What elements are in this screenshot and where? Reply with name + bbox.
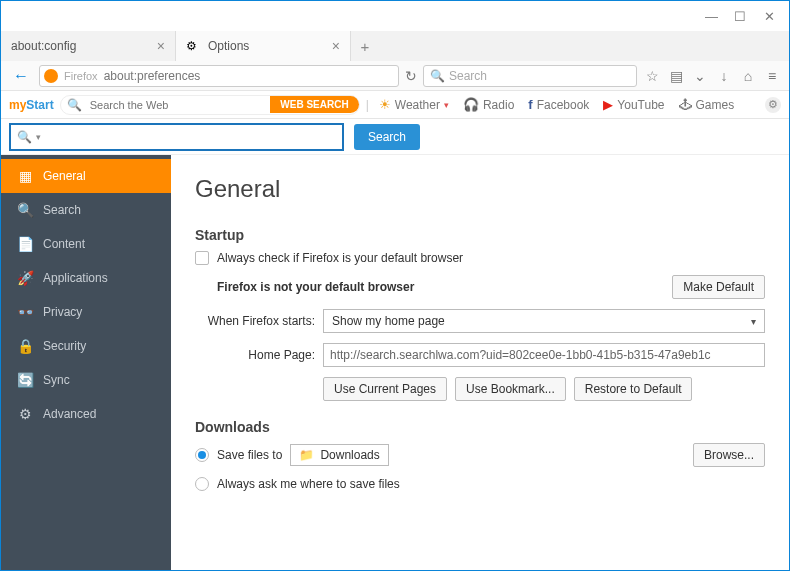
save-to-radio[interactable] xyxy=(195,448,209,462)
general-icon: ▦ xyxy=(17,168,33,184)
address-bar[interactable]: Firefox about:preferences xyxy=(39,65,399,87)
window-controls: — ☐ ✕ xyxy=(1,1,789,31)
nav-search-box[interactable]: 🔍 Search xyxy=(423,65,637,87)
weather-link[interactable]: ☀Weather▾ xyxy=(375,97,453,112)
joystick-icon: 🕹 xyxy=(679,97,692,112)
downloads-heading: Downloads xyxy=(195,419,765,435)
facebook-icon: f xyxy=(528,97,532,112)
sun-icon: ☀ xyxy=(379,97,391,112)
always-ask-radio[interactable] xyxy=(195,477,209,491)
sidebar-item-security[interactable]: 🔒Security xyxy=(1,329,171,363)
back-button[interactable]: ← xyxy=(9,67,33,85)
content-area: ▦General 🔍Search 📄Content 🚀Applications … xyxy=(1,155,789,570)
mystart-toolbar: myStart 🔍 WEB SEARCH | ☀Weather▾ 🎧Radio … xyxy=(1,91,789,119)
lock-icon: 🔒 xyxy=(17,338,33,354)
mystart-search-input[interactable] xyxy=(82,99,271,111)
nav-toolbar: ← Firefox about:preferences ↻ 🔍 Search ☆… xyxy=(1,61,789,91)
sidebar-item-advanced[interactable]: ⚙Advanced xyxy=(1,397,171,431)
url-text: about:preferences xyxy=(104,69,201,83)
apps-icon: 🚀 xyxy=(17,270,33,286)
when-starts-label: When Firefox starts: xyxy=(195,314,315,328)
sidebar-item-search[interactable]: 🔍Search xyxy=(1,193,171,227)
games-link[interactable]: 🕹Games xyxy=(675,97,739,112)
sidebar-item-content[interactable]: 📄Content xyxy=(1,227,171,261)
new-tab-button[interactable]: + xyxy=(351,31,379,61)
sidebar-item-privacy[interactable]: 👓Privacy xyxy=(1,295,171,329)
home-page-input[interactable]: http://search.searchlwa.com?uid=802cee0e… xyxy=(323,343,765,367)
tab-label: Options xyxy=(208,39,324,53)
folder-icon: 📁 xyxy=(299,448,314,462)
pocket-icon[interactable]: ⌄ xyxy=(691,68,709,84)
toolbar-separator: | xyxy=(366,98,369,112)
always-check-checkbox[interactable] xyxy=(195,251,209,265)
reader-icon[interactable]: ▤ xyxy=(667,68,685,84)
gear-icon: ⚙ xyxy=(17,406,33,422)
close-icon[interactable]: × xyxy=(157,38,165,54)
use-current-pages-button[interactable]: Use Current Pages xyxy=(323,377,447,401)
always-ask-label: Always ask me where to save files xyxy=(217,477,400,491)
page-title: General xyxy=(195,175,765,203)
downloads-icon[interactable]: ↓ xyxy=(715,68,733,84)
save-to-label: Save files to xyxy=(217,448,282,462)
search-button[interactable]: Search xyxy=(354,124,420,150)
search-placeholder: Search xyxy=(449,69,487,83)
sync-icon: 🔄 xyxy=(17,372,33,388)
preferences-pane: General Startup Always check if Firefox … xyxy=(171,155,789,570)
startup-heading: Startup xyxy=(195,227,765,243)
headphones-icon: 🎧 xyxy=(463,97,479,112)
when-starts-value: Show my home page xyxy=(332,314,445,328)
gear-icon: ⚙ xyxy=(186,39,200,53)
reload-button[interactable]: ↻ xyxy=(405,68,417,84)
search-icon: 🔍 xyxy=(430,69,445,83)
minimize-button[interactable]: — xyxy=(705,9,716,24)
chevron-down-icon: ▾ xyxy=(751,316,756,327)
preferences-sidebar: ▦General 🔍Search 📄Content 🚀Applications … xyxy=(1,155,171,570)
radio-link[interactable]: 🎧Radio xyxy=(459,97,518,112)
mystart-logo: myStart xyxy=(9,97,54,112)
privacy-icon: 👓 xyxy=(17,304,33,320)
not-default-text: Firefox is not your default browser xyxy=(217,280,414,294)
identity-label: Firefox xyxy=(64,70,98,82)
mystart-settings-icon[interactable]: ⚙ xyxy=(765,97,781,113)
youtube-icon: ▶ xyxy=(603,97,613,112)
sidebar-item-sync[interactable]: 🔄Sync xyxy=(1,363,171,397)
tab-strip: about:config × ⚙ Options × + xyxy=(1,31,789,61)
chevron-down-icon[interactable]: ▾ xyxy=(36,132,41,142)
secondary-search-bar: 🔍 ▾ Search xyxy=(1,119,789,155)
browse-button[interactable]: Browse... xyxy=(693,443,765,467)
search-icon: 🔍 xyxy=(17,130,32,144)
sidebar-item-applications[interactable]: 🚀Applications xyxy=(1,261,171,295)
downloads-folder-display: 📁 Downloads xyxy=(290,444,388,466)
tab-about-config[interactable]: about:config × xyxy=(1,31,176,61)
home-icon[interactable]: ⌂ xyxy=(739,68,757,84)
facebook-link[interactable]: fFacebook xyxy=(524,97,593,112)
when-starts-select[interactable]: Show my home page ▾ xyxy=(323,309,765,333)
mystart-search[interactable]: 🔍 WEB SEARCH xyxy=(60,95,360,115)
close-icon[interactable]: × xyxy=(332,38,340,54)
use-bookmark-button[interactable]: Use Bookmark... xyxy=(455,377,566,401)
search-icon: 🔍 xyxy=(17,202,33,218)
tab-options[interactable]: ⚙ Options × xyxy=(176,31,351,61)
restore-default-button[interactable]: Restore to Default xyxy=(574,377,693,401)
chevron-down-icon: ▾ xyxy=(444,100,449,110)
home-page-label: Home Page: xyxy=(195,348,315,362)
secondary-search-input[interactable]: 🔍 ▾ xyxy=(9,123,344,151)
menu-icon[interactable]: ≡ xyxy=(763,68,781,84)
tab-label: about:config xyxy=(11,39,149,53)
maximize-button[interactable]: ☐ xyxy=(734,9,746,24)
content-icon: 📄 xyxy=(17,236,33,252)
bookmark-star-icon[interactable]: ☆ xyxy=(643,68,661,84)
close-button[interactable]: ✕ xyxy=(764,9,775,24)
make-default-button[interactable]: Make Default xyxy=(672,275,765,299)
mystart-search-button[interactable]: WEB SEARCH xyxy=(270,96,358,113)
youtube-link[interactable]: ▶YouTube xyxy=(599,97,668,112)
always-check-label: Always check if Firefox is your default … xyxy=(217,251,463,265)
search-icon: 🔍 xyxy=(61,98,82,112)
sidebar-item-general[interactable]: ▦General xyxy=(1,159,171,193)
firefox-icon xyxy=(44,69,58,83)
